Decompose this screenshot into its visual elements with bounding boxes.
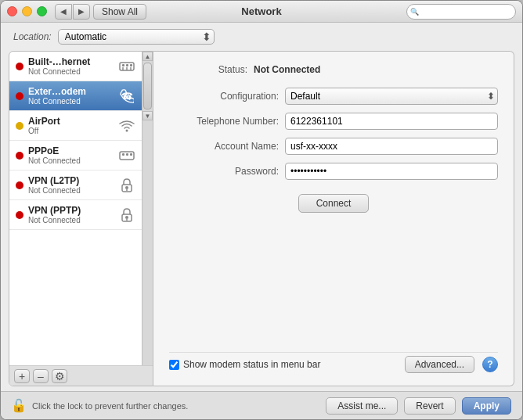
password-input[interactable] [285, 163, 498, 180]
item-name-1: Exter…odem [28, 86, 114, 97]
sidebar-item-5[interactable]: VPN (PPTP) Not Connected [9, 200, 142, 230]
search-wrapper [406, 4, 516, 20]
status-label: Status: [169, 64, 247, 75]
bottom-options: Show modem status in menu bar Advanced..… [169, 352, 498, 373]
configuration-select[interactable]: Default Custom [285, 88, 498, 105]
status-dot-2 [16, 122, 23, 130]
item-icon-5 [118, 206, 135, 224]
svg-text:☎: ☎ [121, 91, 133, 102]
title-bar: ◀ ▶ Show All Network [1, 1, 522, 23]
sidebar-item-1[interactable]: Exter…odem Not Connected ☎ [9, 81, 142, 111]
telephone-label: Telephone Number: [169, 116, 279, 127]
apply-button[interactable]: Apply [462, 397, 511, 415]
configuration-label: Configuration: [169, 91, 279, 102]
sidebar-item-2[interactable]: AirPort Off [9, 111, 142, 141]
svg-rect-11 [126, 153, 128, 156]
item-name-5: VPN (PPTP) [28, 205, 114, 216]
configuration-row: Configuration: Default Custom ⬍ [169, 88, 498, 105]
svg-point-14 [125, 186, 128, 189]
item-status-5: Not Connected [28, 216, 114, 224]
main-content: Built-…hernet Not Connected [9, 51, 514, 386]
account-label: Account Name: [169, 141, 279, 152]
footer-lock-text: Click the lock to prevent further change… [32, 401, 319, 411]
lock-symbol: 🔓 [11, 398, 27, 413]
item-status-4: Not Connected [28, 186, 114, 195]
window-title: Network [241, 5, 281, 17]
item-name-2: AirPort [28, 116, 114, 127]
item-status-0: Not Connected [28, 67, 114, 76]
location-row: Location: Automatic Home Work ⬍ [1, 23, 522, 51]
network-window: ◀ ▶ Show All Network Location: Automatic… [0, 0, 523, 420]
item-name-4: VPN (L2TP) [28, 175, 114, 186]
add-network-button[interactable]: + [14, 369, 30, 383]
detail-panel: Status: Not Connected Configuration: Def… [153, 51, 514, 386]
account-input[interactable] [285, 138, 498, 155]
sidebar-inner: Built-…hernet Not Connected [9, 52, 153, 365]
config-select-wrapper: Default Custom ⬍ [285, 88, 498, 105]
sidebar-item-0[interactable]: Built-…hernet Not Connected [9, 52, 142, 81]
sidebar-item-4[interactable]: VPN (L2TP) Not Connected [9, 171, 142, 200]
password-label: Password: [169, 166, 279, 177]
back-button[interactable]: ◀ [55, 4, 72, 20]
maximize-button[interactable] [37, 6, 47, 16]
item-name-3: PPPoE [28, 145, 114, 156]
minimize-button[interactable] [22, 6, 32, 16]
assist-me-button[interactable]: Assist me... [326, 397, 398, 415]
status-dot-5 [16, 211, 23, 219]
connect-row: Connect [169, 191, 498, 216]
sidebar-scrollbar[interactable]: ▲ ▼ [142, 52, 153, 365]
svg-rect-12 [130, 153, 132, 156]
svg-rect-4 [122, 64, 124, 66]
revert-button[interactable]: Revert [404, 397, 455, 415]
advanced-button[interactable]: Advanced... [405, 356, 474, 373]
connect-button[interactable]: Connect [298, 194, 370, 213]
item-info-3: PPPoE Not Connected [28, 145, 114, 165]
telephone-input[interactable] [285, 113, 498, 130]
help-button[interactable]: ? [482, 357, 498, 372]
sidebar-actions: + – ⚙ [9, 365, 153, 386]
scroll-up-arrow[interactable]: ▲ [142, 52, 153, 61]
nav-buttons: ◀ ▶ [55, 4, 90, 20]
item-info-0: Built-…hernet Not Connected [28, 56, 114, 76]
item-info-2: AirPort Off [28, 116, 114, 135]
location-select[interactable]: Automatic Home Work [58, 29, 215, 45]
item-icon-3 [118, 147, 135, 164]
svg-rect-6 [130, 64, 132, 66]
status-dot-1 [16, 92, 23, 100]
status-row: Status: Not Connected [169, 64, 498, 75]
item-name-0: Built-…hernet [28, 56, 114, 67]
item-status-3: Not Connected [28, 156, 114, 165]
location-label: Location: [13, 31, 52, 42]
show-modem-checkbox[interactable] [169, 360, 179, 370]
spacer [169, 227, 498, 344]
item-info-4: VPN (L2TP) Not Connected [28, 175, 114, 195]
show-modem-row: Show modem status in menu bar [169, 359, 397, 370]
svg-rect-10 [122, 153, 124, 156]
show-all-button[interactable]: Show All [93, 4, 146, 20]
close-button[interactable] [7, 6, 17, 16]
item-status-2: Off [28, 127, 114, 135]
search-input[interactable] [406, 4, 516, 20]
svg-rect-5 [126, 64, 128, 66]
svg-point-17 [125, 216, 128, 219]
location-select-wrapper: Automatic Home Work ⬍ [58, 29, 215, 45]
telephone-row: Telephone Number: [169, 113, 498, 130]
sidebar: Built-…hernet Not Connected [9, 51, 153, 386]
footer: 🔓 Click the lock to prevent further chan… [1, 391, 522, 419]
status-dot-0 [16, 63, 23, 70]
lock-icon[interactable]: 🔓 [12, 398, 26, 414]
scroll-thumb[interactable] [143, 63, 152, 109]
item-info-5: VPN (PPTP) Not Connected [28, 205, 114, 224]
status-dot-4 [16, 181, 23, 189]
scroll-down-arrow[interactable]: ▼ [142, 111, 153, 120]
status-dot-3 [16, 152, 23, 160]
item-icon-4 [118, 177, 135, 194]
item-icon-0 [118, 58, 135, 75]
show-modem-label: Show modem status in menu bar [183, 359, 320, 370]
password-row: Password: [169, 163, 498, 180]
gear-button[interactable]: ⚙ [52, 369, 67, 383]
item-status-1: Not Connected [28, 97, 114, 106]
forward-button[interactable]: ▶ [73, 4, 90, 20]
sidebar-item-3[interactable]: PPPoE Not Connected [9, 141, 142, 171]
remove-network-button[interactable]: – [33, 369, 49, 383]
